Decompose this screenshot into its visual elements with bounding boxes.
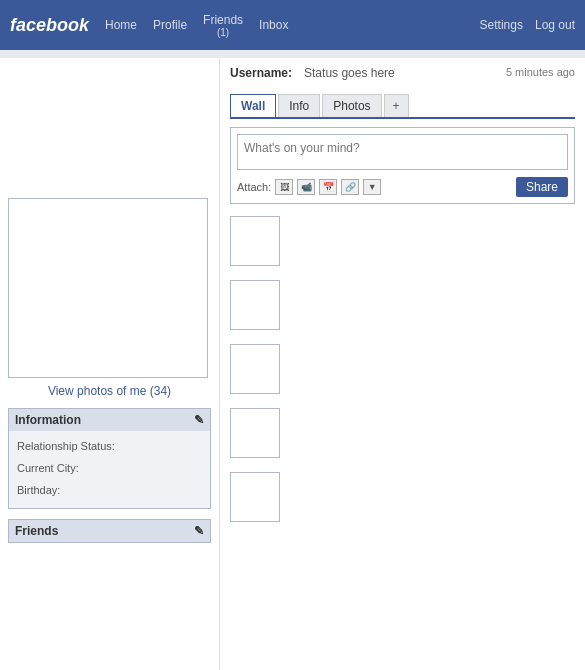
friends-box: Friends ✎ — [8, 519, 211, 543]
current-city-label: Current City: — [17, 459, 202, 479]
nav-link-inbox[interactable]: Inbox — [259, 18, 288, 32]
profile-header: Username: Status goes here 5 minutes ago — [230, 66, 575, 86]
tab-photos[interactable]: Photos — [322, 94, 381, 117]
nav-left: facebook Home Profile Friends (1) Inbox — [10, 13, 480, 38]
post-actions: Attach: 🖼 📹 📅 🔗 ▼ Share — [237, 177, 568, 197]
profile-photo — [8, 198, 208, 378]
nav-link-profile[interactable]: Profile — [153, 18, 187, 32]
attach-link-icon[interactable]: 🔗 — [341, 179, 359, 195]
page-container: View photos of me (34) Information ✎ Rel… — [0, 58, 585, 670]
share-button[interactable]: Share — [516, 177, 568, 197]
status-text: Status goes here — [304, 66, 395, 80]
feed-column — [230, 216, 575, 530]
tabs-bar: Wall Info Photos + — [230, 94, 575, 119]
info-title: Information — [15, 413, 81, 427]
tab-wall[interactable]: Wall — [230, 94, 276, 117]
nav-right: Settings Log out — [480, 18, 575, 32]
main-content: Username: Status goes here 5 minutes ago… — [220, 58, 585, 670]
birthday-label: Birthday: — [17, 481, 202, 501]
attach-photo-icon[interactable]: 🖼 — [275, 179, 293, 195]
friends-title: Friends — [15, 524, 58, 538]
info-box-content: Relationship Status: Current City: Birth… — [9, 431, 210, 508]
attach-more-icon[interactable]: ▼ — [363, 179, 381, 195]
friends-link-label: Friends — [203, 13, 243, 27]
attach-event-icon[interactable]: 📅 — [319, 179, 337, 195]
navbar: facebook Home Profile Friends (1) Inbox … — [0, 0, 585, 50]
nav-link-logout[interactable]: Log out — [535, 18, 575, 32]
feed-item-1 — [230, 216, 280, 266]
info-edit-icon[interactable]: ✎ — [194, 413, 204, 427]
view-photos-link[interactable]: View photos of me (34) — [8, 384, 211, 398]
friends-badge: (1) — [217, 27, 229, 38]
feed-item-5 — [230, 472, 280, 522]
sidebar: View photos of me (34) Information ✎ Rel… — [0, 58, 220, 670]
feed-item-3 — [230, 344, 280, 394]
nav-brand[interactable]: facebook — [10, 15, 89, 36]
time-ago: 5 minutes ago — [506, 66, 575, 78]
profile-info: Username: Status goes here — [230, 66, 395, 80]
post-box: Attach: 🖼 📹 📅 🔗 ▼ Share — [230, 127, 575, 204]
nav-link-home[interactable]: Home — [105, 18, 137, 32]
info-box-header: Information ✎ — [9, 409, 210, 431]
top-strip — [0, 50, 585, 58]
friends-edit-icon[interactable]: ✎ — [194, 524, 204, 538]
relationship-status-label: Relationship Status: — [17, 437, 202, 457]
nav-link-settings[interactable]: Settings — [480, 18, 523, 32]
tab-info[interactable]: Info — [278, 94, 320, 117]
information-box: Information ✎ Relationship Status: Curre… — [8, 408, 211, 509]
friends-box-header: Friends ✎ — [9, 520, 210, 542]
feed-item-2 — [230, 280, 280, 330]
post-input[interactable] — [237, 134, 568, 170]
attach-label: Attach: — [237, 181, 271, 193]
feed-item-4 — [230, 408, 280, 458]
attach-video-icon[interactable]: 📹 — [297, 179, 315, 195]
attach-area: Attach: 🖼 📹 📅 🔗 ▼ — [237, 179, 381, 195]
tab-plus[interactable]: + — [384, 94, 409, 117]
nav-link-friends[interactable]: Friends (1) — [203, 13, 243, 38]
username-label: Username: — [230, 66, 292, 80]
